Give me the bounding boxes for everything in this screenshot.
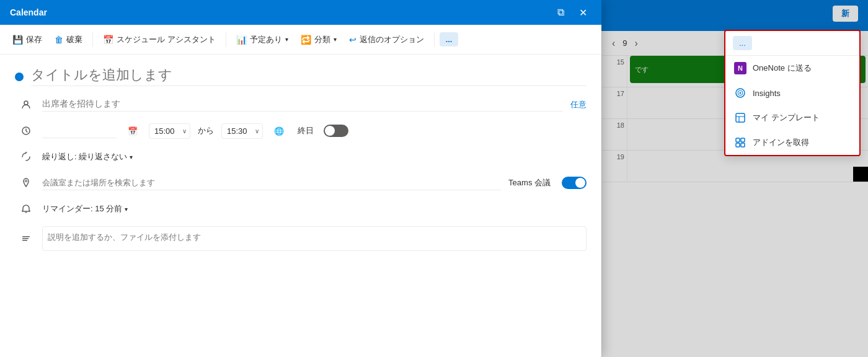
dropdown-header: ...	[725, 31, 859, 56]
busy-label: 予定あり	[250, 34, 282, 45]
more-label: ...	[446, 35, 453, 44]
schedule-label: スケジュール アシスタント	[117, 34, 216, 45]
dropdown-item-my-templates[interactable]: マイ テンプレート	[725, 105, 859, 130]
more-options-button[interactable]: ...	[440, 32, 459, 46]
toolbar: 💾 保存 🗑 破棄 📅 スケジュール アシスタント 📊 予定あり ▾ 🔁 分類 …	[0, 25, 601, 55]
svg-rect-10	[736, 138, 740, 142]
addin-icon	[734, 136, 746, 149]
save-icon: 💾	[12, 35, 23, 45]
svg-rect-5	[22, 240, 27, 241]
discard-icon: 🗑	[55, 35, 63, 45]
reply-options-button[interactable]: ↩ 返信のオプション	[344, 32, 429, 48]
insights-label: Insights	[753, 89, 781, 98]
dropdown-more-label: ...	[739, 38, 746, 48]
my-templates-icon	[734, 112, 746, 124]
allday-toggle[interactable]	[324, 125, 348, 137]
reminder-row: リマインダー: 15 分前 ▾	[15, 200, 587, 218]
timezone-button[interactable]: 🌐	[270, 125, 288, 137]
dropdown-item-onenote[interactable]: N OneNote に送る	[725, 56, 859, 81]
svg-point-0	[24, 101, 28, 105]
optional-tag: 任意	[570, 99, 587, 110]
location-row: Teams 会議	[15, 174, 587, 192]
date-input[interactable]: 2019/07/03	[42, 123, 117, 138]
reminder-chevron-icon: ▾	[125, 206, 128, 213]
end-time-select[interactable]: 15:30	[221, 123, 263, 139]
person-icon	[17, 96, 35, 113]
my-templates-label: マイ テンプレート	[753, 112, 820, 123]
toolbar-separator-2	[226, 32, 226, 47]
title-row	[15, 67, 587, 86]
description-input[interactable]	[42, 226, 587, 251]
start-time-select[interactable]: 15:00	[149, 123, 190, 139]
discard-button[interactable]: 🗑 破棄	[50, 32, 87, 48]
modal-expand-button[interactable]: ⧉	[552, 4, 569, 21]
save-label: 保存	[26, 34, 42, 45]
more-options-dropdown: ... N OneNote に送る Insights マイ テンプレート	[724, 30, 861, 156]
svg-rect-3	[22, 236, 30, 237]
repeat-button[interactable]: 繰り返し: 繰り返さない ▾	[42, 151, 133, 162]
schedule-icon: 📅	[103, 35, 113, 45]
description-row	[15, 226, 587, 251]
from-label: から	[198, 125, 214, 136]
svg-rect-12	[736, 143, 740, 147]
timezone-icon: 🌐	[274, 126, 284, 136]
calendar-picker-button[interactable]: 📅	[124, 125, 141, 137]
save-button[interactable]: 💾 保存	[7, 32, 47, 48]
location-icon	[17, 174, 35, 192]
reply-label: 返信のオプション	[360, 34, 424, 45]
onenote-icon: N	[734, 62, 746, 74]
schedule-assistant-button[interactable]: 📅 スケジュール アシスタント	[98, 32, 221, 48]
modal-titlebar: Calendar ⧉ ✕	[0, 0, 601, 25]
get-addin-label: アドインを取得	[753, 137, 809, 148]
svg-point-2	[25, 180, 27, 182]
category-icon: 🔁	[301, 35, 311, 45]
modal-controls: ⧉ ✕	[552, 4, 591, 21]
svg-rect-13	[741, 143, 745, 147]
attendees-input[interactable]	[42, 99, 563, 112]
form-content: 任意 2019/07/03 📅 15:00 から 15	[0, 55, 601, 357]
discard-label: 破棄	[66, 34, 82, 45]
toolbar-separator-3	[434, 32, 435, 47]
datetime-row: 2019/07/03 📅 15:00 から 15:30 🌐 終日	[15, 122, 587, 139]
title-dot-icon	[15, 73, 24, 81]
clock-icon	[17, 122, 35, 139]
dropdown-item-get-addin[interactable]: アドインを取得	[725, 130, 859, 155]
busy-icon: 📊	[236, 35, 247, 45]
modal-app-title: Calendar	[10, 7, 47, 17]
reminder-icon	[17, 200, 35, 218]
busy-chevron-icon: ▾	[285, 36, 288, 43]
repeat-icon	[17, 148, 35, 165]
onenote-label: OneNote に送る	[753, 63, 812, 74]
teams-meeting-label: Teams 会議	[508, 177, 551, 188]
reminder-label: リマインダー: 15 分前	[42, 203, 122, 214]
category-label: 分類	[314, 34, 330, 45]
svg-rect-4	[22, 238, 29, 239]
start-time-wrapper: 15:00	[149, 123, 190, 139]
event-title-input[interactable]	[31, 67, 587, 86]
svg-point-8	[740, 92, 742, 94]
repeat-row: 繰り返し: 繰り返さない ▾	[15, 148, 587, 165]
calendar-icon: 📅	[128, 126, 138, 136]
toolbar-separator-1	[92, 32, 93, 47]
description-icon	[17, 230, 35, 247]
modal-close-button[interactable]: ✕	[574, 4, 591, 21]
teams-toggle[interactable]	[562, 177, 587, 189]
event-creation-modal: Calendar ⧉ ✕ 💾 保存 🗑 破棄 📅 スケジュール アシスタント 📊…	[0, 0, 601, 357]
busy-status-button[interactable]: 📊 予定あり ▾	[231, 32, 293, 48]
dropdown-item-insights[interactable]: Insights	[725, 81, 859, 105]
svg-rect-11	[741, 138, 745, 142]
reminder-button[interactable]: リマインダー: 15 分前 ▾	[42, 203, 128, 214]
category-button[interactable]: 🔁 分類 ▾	[296, 32, 342, 48]
reply-icon: ↩	[349, 35, 356, 45]
end-time-wrapper: 15:30	[221, 123, 263, 139]
attendees-row: 任意	[15, 96, 587, 113]
insights-icon	[734, 87, 746, 99]
repeat-label: 繰り返し: 繰り返さない	[42, 151, 127, 162]
repeat-chevron-icon: ▾	[130, 154, 133, 161]
dropdown-more-button[interactable]: ...	[733, 36, 752, 50]
category-chevron-icon: ▾	[334, 36, 337, 43]
allday-label: 終日	[298, 125, 314, 136]
location-input[interactable]	[42, 175, 501, 190]
svg-rect-9	[736, 113, 745, 122]
